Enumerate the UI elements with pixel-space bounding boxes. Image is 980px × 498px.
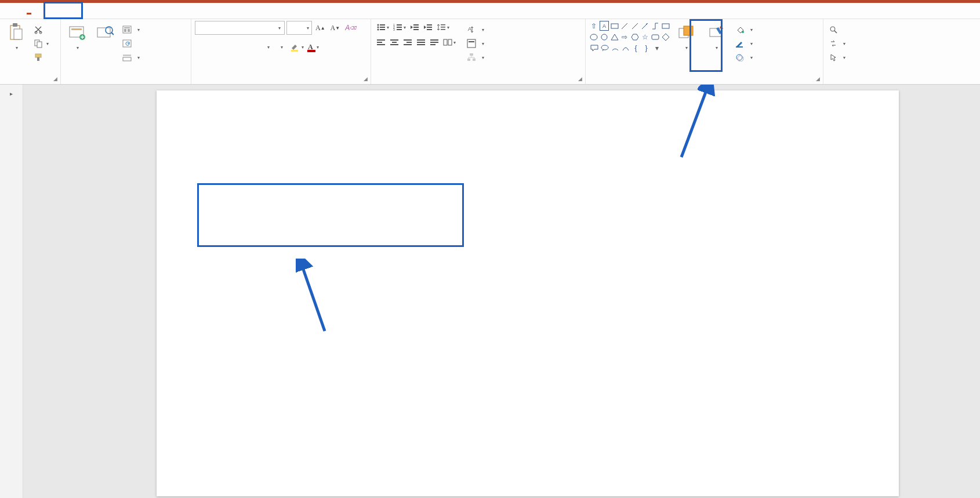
shape-outline-button[interactable]: ▾ — [733, 37, 755, 50]
shape-rect[interactable] — [609, 21, 619, 31]
shape-arrow-right[interactable]: ⇨ — [620, 32, 630, 42]
shape-textbox[interactable]: A — [600, 21, 609, 31]
shape-diamond[interactable] — [660, 32, 670, 42]
svg-rect-22 — [291, 50, 298, 52]
workspace: ▸ — [0, 85, 980, 498]
paste-button[interactable]: ▾ — [3, 21, 29, 53]
shape-callout2[interactable] — [600, 43, 609, 53]
shape-arc[interactable] — [610, 43, 620, 53]
tab-design[interactable] — [53, 8, 70, 14]
underline-button[interactable] — [222, 41, 234, 53]
distribute-button[interactable] — [428, 36, 441, 49]
tab-insert[interactable] — [37, 8, 53, 14]
svg-point-76 — [601, 45, 608, 50]
dialog-launcher-clipboard[interactable]: ◢ — [51, 75, 59, 83]
align-left-button[interactable] — [375, 36, 387, 49]
shape-gallery-more[interactable]: ▾ — [652, 43, 662, 53]
tab-shape-format[interactable] — [167, 8, 183, 14]
shape-roundrect[interactable] — [651, 32, 660, 42]
bold-button[interactable] — [195, 41, 208, 53]
shape-hexagon[interactable] — [630, 32, 640, 42]
tab-help[interactable] — [151, 8, 167, 14]
shape-fill-button[interactable]: ▾ — [733, 23, 755, 36]
decrease-font-button[interactable]: A▼ — [329, 21, 342, 34]
line-spacing-button[interactable]: ▾ — [435, 21, 451, 34]
columns-button[interactable]: ▾ — [441, 36, 458, 49]
thumbnail-pane-collapsed[interactable]: ▸ — [0, 85, 23, 498]
arrange-icon — [677, 23, 695, 42]
shape-arrow-up[interactable]: ⇧ — [589, 21, 599, 31]
shape-effects-button[interactable]: ▾ — [733, 51, 755, 64]
reset-button[interactable] — [120, 37, 142, 50]
text-direction-button[interactable]: A ▾ — [464, 23, 487, 36]
format-painter-button[interactable] — [31, 51, 51, 64]
font-size-combo[interactable]: ▾ — [286, 21, 312, 35]
justify-button[interactable] — [415, 36, 427, 49]
slide[interactable] — [157, 90, 899, 496]
tab-review[interactable] — [118, 8, 135, 14]
reuse-slides-button[interactable] — [92, 21, 118, 46]
shape-callout1[interactable] — [589, 43, 599, 53]
tab-file[interactable] — [5, 8, 21, 14]
dialog-launcher-font[interactable]: ◢ — [361, 75, 369, 83]
new-slide-button[interactable]: ▾ — [64, 21, 90, 53]
shape-lbrace[interactable]: { — [631, 43, 641, 53]
group-label-editing — [827, 74, 872, 84]
slide-canvas[interactable] — [23, 85, 980, 498]
highlight-button[interactable]: ▾ — [288, 41, 306, 53]
shape-line2[interactable] — [630, 21, 640, 31]
svg-rect-47 — [377, 44, 385, 45]
svg-rect-64 — [469, 41, 474, 42]
find-button[interactable] — [827, 23, 848, 36]
shape-connector[interactable] — [651, 21, 660, 31]
chevron-down-icon: ▾ — [716, 45, 718, 50]
cursor-icon — [829, 53, 837, 61]
dialog-launcher-paragraph[interactable]: ◢ — [576, 75, 584, 83]
shape-circle[interactable] — [600, 32, 609, 42]
tab-home[interactable] — [21, 8, 37, 14]
quick-styles-button[interactable]: ▾ — [702, 21, 731, 53]
shadow-button[interactable] — [235, 41, 248, 53]
clear-format-button[interactable]: A⌫ — [343, 21, 358, 34]
increase-indent-button[interactable] — [422, 21, 434, 34]
tab-animation[interactable] — [86, 8, 102, 14]
shape-curve[interactable] — [620, 43, 630, 53]
align-right-button[interactable] — [401, 36, 414, 49]
decrease-indent-button[interactable] — [408, 21, 421, 34]
align-text-button[interactable]: ▾ — [464, 37, 487, 50]
increase-font-button[interactable]: A▲ — [314, 21, 327, 34]
svg-rect-75 — [652, 35, 659, 39]
tab-view[interactable] — [135, 8, 151, 14]
select-button[interactable]: ▾ — [827, 51, 848, 64]
italic-button[interactable] — [208, 41, 221, 53]
char-spacing-button[interactable]: ▾ — [262, 41, 274, 53]
group-clipboard: ▾ ▾ ◢ — [0, 19, 61, 84]
bullets-button[interactable]: ▾ — [375, 21, 391, 34]
arrange-button[interactable]: ▾ — [673, 21, 699, 53]
shape-rect2[interactable] — [660, 21, 670, 31]
shape-rbrace[interactable]: } — [641, 43, 651, 53]
font-name-combo[interactable]: ▾ — [195, 21, 285, 35]
strike-button[interactable] — [248, 41, 261, 53]
font-color-button[interactable]: A ▾ — [306, 41, 321, 53]
shape-line[interactable] — [620, 21, 630, 31]
shapes-gallery[interactable]: ⇧ A ⇨ ☆ — [589, 21, 670, 53]
shape-triangle[interactable] — [609, 32, 619, 42]
shape-oval[interactable] — [589, 32, 599, 42]
numbering-button[interactable]: 123▾ — [391, 21, 408, 34]
dialog-launcher-drawing[interactable]: ◢ — [814, 75, 822, 83]
svg-rect-53 — [404, 44, 412, 45]
cut-button[interactable] — [31, 23, 51, 36]
svg-point-24 — [378, 24, 379, 26]
change-case-button[interactable]: ▾ — [275, 41, 288, 53]
replace-button[interactable]: ▾ — [827, 37, 848, 50]
align-center-button[interactable] — [388, 36, 401, 49]
shape-star[interactable]: ☆ — [640, 32, 650, 42]
section-button[interactable]: ▾ — [120, 51, 142, 64]
tab-transition[interactable] — [70, 8, 86, 14]
tab-slideshow[interactable] — [102, 8, 118, 14]
group-paragraph: ▾ 123▾ ▾ ▾ A ▾ — [371, 19, 586, 84]
shape-arrow-line[interactable] — [640, 21, 650, 31]
copy-button[interactable]: ▾ — [31, 37, 51, 50]
layout-button[interactable]: ▾ — [120, 23, 142, 36]
